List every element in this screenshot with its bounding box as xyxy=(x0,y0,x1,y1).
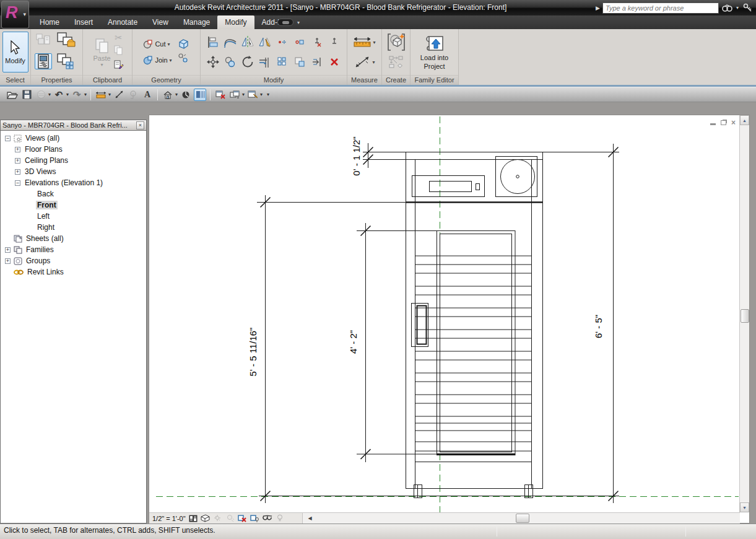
panel-label-clipboard[interactable]: Clipboard xyxy=(83,75,132,85)
dimension-lines[interactable] xyxy=(257,143,619,503)
unpin-button[interactable] xyxy=(308,32,326,52)
properties-palette-button[interactable] xyxy=(35,53,52,69)
text-icon[interactable]: A xyxy=(141,89,154,101)
open-file-icon[interactable] xyxy=(6,89,19,101)
load-family-window-button[interactable] xyxy=(54,32,78,48)
panel-label-create[interactable]: Create xyxy=(382,75,410,85)
thin-lines-icon[interactable] xyxy=(194,89,206,101)
detail-level-icon[interactable] xyxy=(188,514,198,523)
cut-to-clipboard-icon[interactable]: ✂ xyxy=(115,32,123,43)
tree-item-groups[interactable]: + Groups xyxy=(1,255,146,266)
project-browser-titlebar[interactable]: Sanyo - MBR704GR - Blood Bank Refri... × xyxy=(0,120,147,130)
collapse-box-icon[interactable]: − xyxy=(5,136,11,141)
tree-item-views[interactable]: − Views (all) xyxy=(1,133,146,144)
dimension-caret-icon[interactable]: ▾ xyxy=(108,92,111,97)
scroll-down-icon[interactable]: ▼ xyxy=(740,502,749,512)
switch-windows-caret-icon[interactable]: ▾ xyxy=(242,92,245,97)
split-element-button[interactable] xyxy=(274,32,291,52)
tree-item-floor-plans[interactable]: + Floor Plans xyxy=(1,144,146,155)
3d-view-caret-icon[interactable]: ▾ xyxy=(175,92,178,97)
sun-path-icon[interactable] xyxy=(213,514,223,523)
align-end-button[interactable] xyxy=(308,52,326,72)
expand-box-icon[interactable]: + xyxy=(15,147,20,152)
show-crop-region-icon[interactable] xyxy=(250,514,260,523)
subscription-key-icon[interactable] xyxy=(741,2,754,14)
paste-button[interactable]: Paste ▾ xyxy=(92,32,113,72)
scroll-left-icon[interactable]: ◀ xyxy=(305,514,315,523)
align-button[interactable] xyxy=(204,32,222,52)
horizontal-scroll-thumb[interactable] xyxy=(516,514,529,523)
measure-icon[interactable] xyxy=(113,89,125,101)
temporary-hide-isolate-icon[interactable] xyxy=(263,514,272,523)
close-hidden-windows-icon[interactable] xyxy=(214,89,227,101)
tree-item-front[interactable]: Front xyxy=(1,199,146,211)
modify-tool-button[interactable]: Modify xyxy=(2,32,28,72)
measure-dimension-button[interactable]: ▾ xyxy=(353,33,375,51)
offset-button[interactable] xyxy=(222,32,239,52)
crop-view-icon[interactable] xyxy=(238,514,248,523)
cut-geometry-button[interactable]: Cut ▾ xyxy=(143,37,170,51)
panel-label-geometry[interactable]: Geometry xyxy=(133,75,200,85)
panel-label-properties[interactable]: Properties xyxy=(31,75,82,85)
dimension-left[interactable]: 5' - 5 11/16" xyxy=(248,328,258,377)
dimension-middle[interactable]: 4' - 2" xyxy=(348,330,358,354)
create-group-button[interactable] xyxy=(387,33,406,54)
tab-home[interactable]: Home xyxy=(32,15,67,29)
copy-button[interactable] xyxy=(222,52,239,72)
view-close-icon[interactable]: × xyxy=(731,119,736,126)
join-geometry-button[interactable]: Join ▾ xyxy=(143,53,172,68)
copy-to-clipboard-icon[interactable] xyxy=(114,45,123,58)
panel-label-family-editor[interactable]: Family Editor xyxy=(411,75,458,85)
undo-caret-icon[interactable]: ▾ xyxy=(66,92,69,97)
undo-icon[interactable]: ↶ xyxy=(53,89,65,101)
create-similar-button[interactable] xyxy=(388,55,404,71)
infocenter-collapse-icon[interactable]: ▶ xyxy=(596,5,600,11)
view-minimize-icon[interactable] xyxy=(710,119,716,126)
tab-modify[interactable]: Modify xyxy=(217,15,254,29)
array-button[interactable] xyxy=(274,52,291,72)
load-into-project-button[interactable]: Load into Project xyxy=(412,32,457,72)
mirror-draw-axis-button[interactable] xyxy=(256,32,274,52)
mirror-pick-axis-button[interactable] xyxy=(239,32,256,52)
switch-windows-icon[interactable] xyxy=(228,89,241,101)
section-icon[interactable] xyxy=(180,89,192,101)
tree-item-3d-views[interactable]: + 3D Views xyxy=(1,166,146,177)
default-3d-view-icon[interactable] xyxy=(162,89,174,101)
panel-label-select[interactable]: Select xyxy=(0,75,30,85)
redo-icon[interactable]: ↷ xyxy=(71,89,83,101)
sync-central-icon[interactable] xyxy=(35,89,47,101)
qat-overflow-caret-icon[interactable]: ▾ xyxy=(267,92,269,97)
expand-box-icon[interactable]: + xyxy=(15,169,20,175)
shadows-icon[interactable] xyxy=(225,514,235,523)
trim-extend-button[interactable] xyxy=(256,52,274,72)
save-icon[interactable] xyxy=(20,89,33,101)
tree-item-elevations[interactable]: − Elevations (Elevation 1) xyxy=(1,177,146,188)
project-browser-close-icon[interactable]: × xyxy=(136,121,144,129)
vertical-scroll-thumb[interactable] xyxy=(741,309,749,323)
sync-caret-icon[interactable]: ▾ xyxy=(48,92,51,97)
pin-button[interactable] xyxy=(326,32,343,52)
rotate-button[interactable] xyxy=(239,52,256,72)
aligned-dimension-icon[interactable] xyxy=(95,89,107,101)
search-input[interactable] xyxy=(602,2,719,14)
redo-caret-icon[interactable]: ▾ xyxy=(84,92,87,97)
match-type-brush-icon[interactable] xyxy=(114,59,124,72)
split-with-gap-button[interactable] xyxy=(291,32,308,52)
reveal-hidden-elements-icon[interactable] xyxy=(275,514,285,523)
ribbon-minimize-toggle[interactable] xyxy=(277,19,293,26)
visual-style-icon[interactable] xyxy=(201,514,211,523)
family-types-button[interactable] xyxy=(35,32,52,48)
ribbon-minimize-caret-icon[interactable]: ▾ xyxy=(297,20,300,25)
tab-insert[interactable]: Insert xyxy=(67,15,100,29)
show-hidden-box-icon[interactable] xyxy=(177,38,189,52)
panel-label-measure[interactable]: Measure xyxy=(347,75,381,85)
tag-icon[interactable]: 1 xyxy=(127,89,139,101)
beam-join-icon[interactable] xyxy=(178,53,189,66)
expand-box-icon[interactable]: + xyxy=(15,158,20,164)
tree-item-revit-links[interactable]: Revit Links xyxy=(1,266,146,278)
user-interface-icon[interactable] xyxy=(246,89,259,101)
view-scale[interactable]: 1/2" = 1'-0" xyxy=(152,515,186,522)
refrigerator-elevation[interactable] xyxy=(406,152,543,498)
scroll-up-icon[interactable]: ▲ xyxy=(740,115,749,125)
tree-item-sheets[interactable]: Sheets (all) xyxy=(1,233,146,244)
